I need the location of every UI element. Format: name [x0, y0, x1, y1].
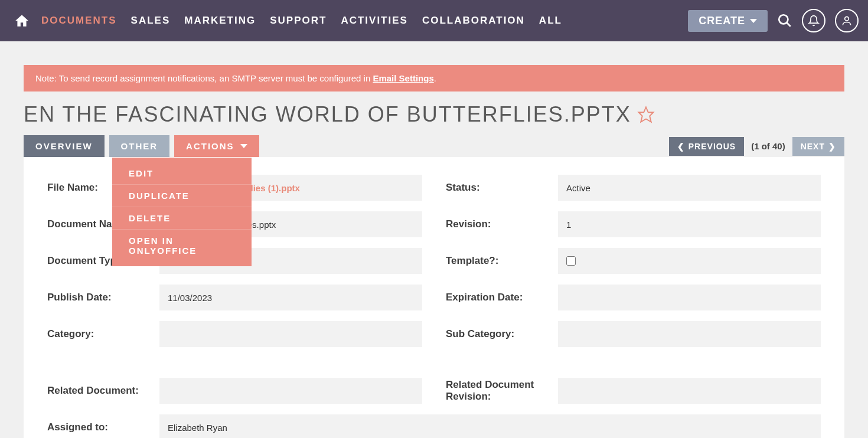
- value-category: [159, 321, 422, 347]
- row-status: Status: Active: [446, 175, 821, 201]
- page-title: EN THE FASCINATING WORLD OF BUTTERFLIES.…: [24, 102, 631, 127]
- row-related-document: Related Document:: [47, 378, 422, 404]
- value-assigned-to: Elizabeth Ryan: [159, 414, 821, 438]
- row-related-document-revision: Related Document Revision:: [446, 378, 821, 404]
- next-button[interactable]: NEXT ❯: [792, 137, 844, 156]
- value-revision: 1: [558, 211, 821, 237]
- home-icon[interactable]: [9, 13, 34, 28]
- nav-support[interactable]: SUPPORT: [263, 15, 334, 27]
- action-duplicate[interactable]: Duplicate: [112, 185, 252, 207]
- row-category: Category:: [47, 321, 422, 347]
- row-expiration-date: Expiration Date:: [446, 285, 821, 310]
- nav-documents[interactable]: DOCUMENTS: [34, 15, 124, 27]
- spacer: [47, 358, 821, 367]
- label-assigned-to: Assigned to:: [47, 421, 148, 433]
- nav-right: CREATE: [688, 9, 859, 32]
- actions-menu: Edit Duplicate Delete Open in ONLYOFFICE: [112, 158, 252, 266]
- row-sub-category: Sub Category:: [446, 321, 821, 347]
- alert-suffix: .: [434, 73, 436, 83]
- create-button[interactable]: CREATE: [688, 10, 768, 32]
- value-template: [558, 248, 821, 274]
- nav-marketing[interactable]: MARKETING: [177, 15, 263, 27]
- nav-activities[interactable]: ACTIVITIES: [334, 15, 415, 27]
- caret-down-icon: [240, 144, 247, 148]
- tab-actions[interactable]: ACTIONS Edit Duplicate Delete Open in ON…: [174, 135, 259, 157]
- nav-sales[interactable]: SALES: [124, 15, 178, 27]
- previous-button[interactable]: ❮ PREVIOUS: [669, 137, 744, 156]
- content: Note: To send record assignment notifica…: [0, 65, 868, 438]
- svg-point-0: [779, 15, 788, 24]
- tab-actions-label: ACTIONS: [186, 141, 234, 151]
- search-icon[interactable]: [777, 13, 792, 28]
- star-icon[interactable]: [637, 106, 655, 123]
- nav-collaboration[interactable]: COLLABORATION: [415, 15, 532, 27]
- row-publish-date: Publish Date: 11/03/2023: [47, 285, 422, 310]
- action-open-onlyoffice[interactable]: Open in ONLYOFFICE: [112, 230, 252, 262]
- nav-left: DOCUMENTS SALES MARKETING SUPPORT ACTIVI…: [9, 13, 569, 28]
- next-label: NEXT: [801, 142, 825, 151]
- label-related-document-revision: Related Document Revision:: [446, 379, 546, 403]
- value-related-document-revision: [558, 378, 821, 404]
- previous-label: PREVIOUS: [688, 142, 736, 151]
- label-expiration-date: Expiration Date:: [446, 292, 546, 303]
- tabs: OVERVIEW OTHER ACTIONS Edit Duplicate De…: [24, 135, 259, 157]
- pager: ❮ PREVIOUS (1 of 40) NEXT ❯: [669, 137, 844, 156]
- row-revision: Revision: 1: [446, 211, 821, 237]
- chevron-right-icon: ❯: [828, 142, 836, 151]
- pager-info: (1 of 40): [751, 141, 785, 151]
- label-revision: Revision:: [446, 218, 546, 230]
- label-related-document: Related Document:: [47, 385, 148, 397]
- action-edit[interactable]: Edit: [112, 162, 252, 185]
- tab-overview[interactable]: OVERVIEW: [24, 135, 105, 157]
- value-related-document: [159, 378, 422, 404]
- tab-other[interactable]: OTHER: [109, 135, 170, 157]
- create-label: CREATE: [699, 15, 745, 27]
- toolbar: OVERVIEW OTHER ACTIONS Edit Duplicate De…: [24, 135, 844, 157]
- svg-line-1: [787, 22, 791, 27]
- nav-all[interactable]: ALL: [532, 15, 569, 27]
- row-template: Template?:: [446, 248, 821, 274]
- row-assigned-to: Assigned to: Elizabeth Ryan: [47, 414, 821, 438]
- page-title-row: EN THE FASCINATING WORLD OF BUTTERFLIES.…: [24, 102, 844, 127]
- value-expiration-date: [558, 285, 821, 310]
- email-settings-link[interactable]: Email Settings: [373, 73, 433, 83]
- label-publish-date: Publish Date:: [47, 292, 148, 303]
- user-icon[interactable]: [835, 9, 859, 32]
- label-template: Template?:: [446, 255, 546, 267]
- alert-banner: Note: To send record assignment notifica…: [24, 65, 844, 91]
- top-nav: DOCUMENTS SALES MARKETING SUPPORT ACTIVI…: [0, 0, 868, 41]
- chevron-left-icon: ❮: [677, 142, 685, 151]
- label-status: Status:: [446, 182, 546, 194]
- label-sub-category: Sub Category:: [446, 328, 546, 340]
- label-category: Category:: [47, 328, 148, 340]
- caret-down-icon: [750, 19, 757, 23]
- notifications-icon[interactable]: [802, 9, 825, 32]
- action-delete[interactable]: Delete: [112, 207, 252, 230]
- value-sub-category: [558, 321, 821, 347]
- template-checkbox[interactable]: [566, 256, 576, 266]
- svg-marker-3: [638, 107, 653, 122]
- value-publish-date: 11/03/2023: [159, 285, 422, 310]
- value-status: Active: [558, 175, 821, 201]
- alert-text: Note: To send record assignment notifica…: [35, 73, 373, 83]
- svg-point-2: [845, 17, 849, 21]
